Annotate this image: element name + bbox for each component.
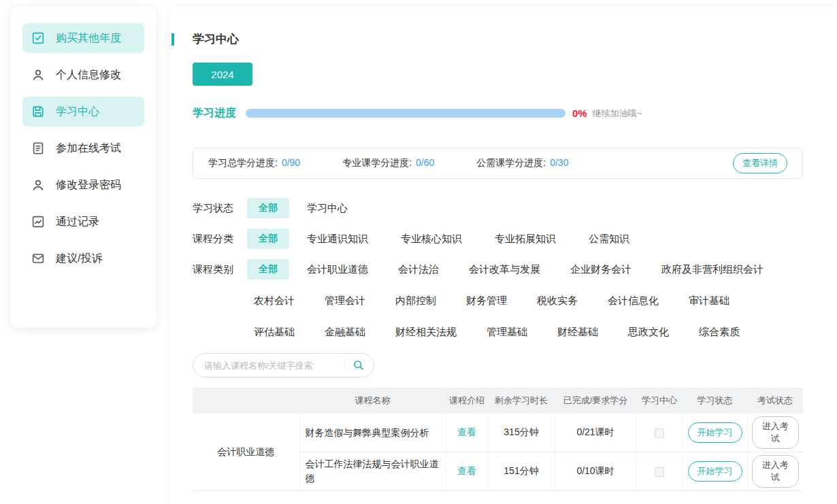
stat-label: 专业课学分进度: — [342, 157, 412, 168]
search-icon[interactable] — [352, 358, 365, 372]
header-cell: 学习状态 — [683, 388, 747, 414]
page-title: 学习中心 — [193, 31, 239, 47]
filter-label: 学习状态 — [193, 202, 247, 215]
header-cell-category — [193, 388, 299, 414]
filter-option[interactable]: 学习中心 — [307, 202, 348, 215]
filter-option[interactable]: 财经基础 — [557, 326, 598, 339]
record-icon — [31, 214, 46, 229]
credit-stat: 学习总学分进度:0/90 — [208, 157, 300, 169]
sidebar-menu: 购买其他年度个人信息修改学习中心参加在线考试修改登录密码通过记录建议/投诉 — [10, 23, 157, 273]
search-box — [193, 353, 374, 377]
credits-cell: 0/10课时 — [555, 452, 636, 491]
filter-option[interactable]: 内部控制 — [395, 295, 436, 307]
start-study-button[interactable]: 开始学习 — [688, 461, 742, 482]
progress-label: 学习进度 — [193, 106, 236, 120]
filter-option[interactable]: 管理会计 — [325, 295, 365, 307]
filter-block: 课程分类全部专业通识知识专业核心知识专业拓展知识公需知识 — [193, 229, 837, 249]
year-tab-button[interactable]: 2024 — [193, 63, 252, 86]
exam-icon — [31, 141, 46, 156]
stat-value: 0/90 — [282, 157, 300, 168]
credit-stats-box: 学习总学分进度:0/90专业课学分进度:0/60公需课学分进度:0/30 查看详… — [193, 148, 803, 179]
filter-all-chip[interactable]: 全部 — [247, 229, 289, 249]
course-table: 课程名称课程介绍剩余学习时长已完成/要求学分学习中心学习状态考试状态 会计职业道… — [193, 388, 803, 491]
page-title-row: 学习中心 — [171, 31, 837, 47]
sidebar-item-label: 学习中心 — [56, 105, 99, 119]
filter-option[interactable]: 综合素质 — [699, 326, 740, 339]
progress-percent: 0% — [572, 107, 587, 119]
filter-option[interactable]: 会计职业道德 — [307, 263, 368, 276]
table-header-row: 课程名称课程介绍剩余学习时长已完成/要求学分学习中心学习状态考试状态 — [193, 388, 803, 414]
filter-section: 学习状态全部学习中心课程分类全部专业通识知识专业核心知识专业拓展知识公需知识课程… — [193, 198, 837, 342]
view-details-button[interactable]: 查看详情 — [733, 153, 787, 173]
filter-option[interactable]: 金融基础 — [325, 326, 365, 339]
enter-exam-button[interactable]: 进入考试 — [752, 455, 800, 488]
enter-exam-button[interactable]: 进入考试 — [752, 416, 800, 449]
page: 购买其他年度个人信息修改学习中心参加在线考试修改登录密码通过记录建议/投诉 学习… — [0, 0, 837, 504]
sidebar-item[interactable]: 通过记录 — [22, 207, 144, 237]
search-input[interactable] — [204, 360, 338, 371]
header-cell: 剩余学习时长 — [488, 388, 555, 414]
header-cell: 学习中心 — [636, 388, 683, 414]
progress-stats: 学习总学分进度:0/90专业课学分进度:0/60公需课学分进度:0/30 — [208, 157, 610, 169]
filter-option[interactable]: 审计基础 — [689, 295, 729, 307]
sidebar-item[interactable]: 建议/投诉 — [22, 243, 144, 273]
filter-block: 课程类别全部会计职业道德会计法治会计改革与发展企业财务会计政府及非营利组织会计农… — [193, 259, 837, 342]
sidebar-item[interactable]: 学习中心 — [22, 97, 144, 127]
sidebar-item-label: 修改登录密码 — [56, 178, 121, 192]
sidebar-item-label: 建议/投诉 — [56, 252, 102, 266]
stat-label: 学习总学分进度: — [208, 157, 278, 168]
select-checkbox[interactable] — [655, 429, 664, 438]
view-course-link[interactable]: 查看 — [457, 426, 476, 437]
sidebar-item[interactable]: 参加在线考试 — [22, 133, 144, 163]
course-table-wrap: 课程名称课程介绍剩余学习时长已完成/要求学分学习中心学习状态考试状态 会计职业道… — [193, 388, 803, 491]
stat-value: 0/30 — [550, 157, 568, 168]
progress-row: 学习进度 0% 继续加油哦~ — [193, 106, 837, 120]
filter-option[interactable]: 会计法治 — [398, 263, 439, 276]
filter-all-chip[interactable]: 全部 — [247, 198, 289, 218]
filter-option[interactable]: 农村会计 — [254, 295, 295, 307]
sidebar-item-label: 购买其他年度 — [56, 31, 121, 46]
filter-option[interactable]: 专业通识知识 — [307, 233, 368, 246]
user-icon — [31, 178, 46, 192]
select-checkbox[interactable] — [655, 467, 664, 477]
filter-option[interactable]: 企业财务会计 — [570, 263, 631, 276]
filter-option[interactable]: 专业核心知识 — [401, 233, 462, 246]
title-accent-bar — [171, 33, 174, 46]
credit-stat: 公需课学分进度:0/30 — [476, 157, 568, 169]
sidebar: 购买其他年度个人信息修改学习中心参加在线考试修改登录密码通过记录建议/投诉 — [10, 7, 157, 328]
course-name-cell: 会计工作法律法规与会计职业道德 — [299, 452, 446, 491]
sidebar-item[interactable]: 修改登录密码 — [22, 170, 144, 200]
credits-cell: 0/21课时 — [555, 414, 636, 452]
filter-block: 学习状态全部学习中心 — [193, 198, 837, 218]
filter-all-chip[interactable]: 全部 — [247, 259, 289, 280]
sidebar-item-label: 参加在线考试 — [56, 141, 121, 156]
filter-option[interactable]: 公需知识 — [589, 233, 629, 246]
filter-option[interactable]: 财务管理 — [466, 295, 507, 307]
stat-value: 0/60 — [416, 157, 434, 168]
stat-label: 公需课学分进度: — [476, 157, 546, 168]
progress-note: 继续加油哦~ — [593, 107, 642, 120]
filter-option[interactable]: 专业拓展知识 — [495, 233, 556, 246]
remaining-time-cell: 151分钟 — [488, 452, 555, 491]
filter-option[interactable]: 政府及非营利组织会计 — [661, 263, 764, 276]
filter-option[interactable]: 税收实务 — [537, 295, 578, 307]
table-body: 会计职业道德财务造假与舞弊典型案例分析查看315分钟0/21课时开始学习进入考试… — [193, 414, 803, 491]
sidebar-item-label: 通过记录 — [56, 215, 99, 229]
filter-option[interactable]: 管理基础 — [487, 326, 527, 339]
table-row: 会计职业道德财务造假与舞弊典型案例分析查看315分钟0/21课时开始学习进入考试 — [193, 414, 803, 452]
start-study-button[interactable]: 开始学习 — [688, 422, 742, 443]
filter-option[interactable]: 会计信息化 — [608, 295, 659, 307]
course-name-cell: 财务造假与舞弊典型案例分析 — [299, 414, 446, 452]
filter-option[interactable]: 评估基础 — [254, 326, 295, 339]
search-divider — [344, 359, 345, 371]
progress-bar — [246, 109, 565, 118]
sidebar-item[interactable]: 个人信息修改 — [22, 60, 144, 90]
filter-option[interactable]: 思政文化 — [628, 326, 669, 339]
checklist-icon — [31, 31, 46, 46]
header-cell: 课程介绍 — [446, 388, 488, 414]
filter-option[interactable]: 会计改革与发展 — [469, 263, 540, 276]
filter-option[interactable]: 财经相关法规 — [395, 326, 457, 339]
filter-label: 课程分类 — [193, 233, 247, 246]
view-course-link[interactable]: 查看 — [457, 465, 476, 476]
sidebar-item[interactable]: 购买其他年度 — [22, 23, 144, 53]
